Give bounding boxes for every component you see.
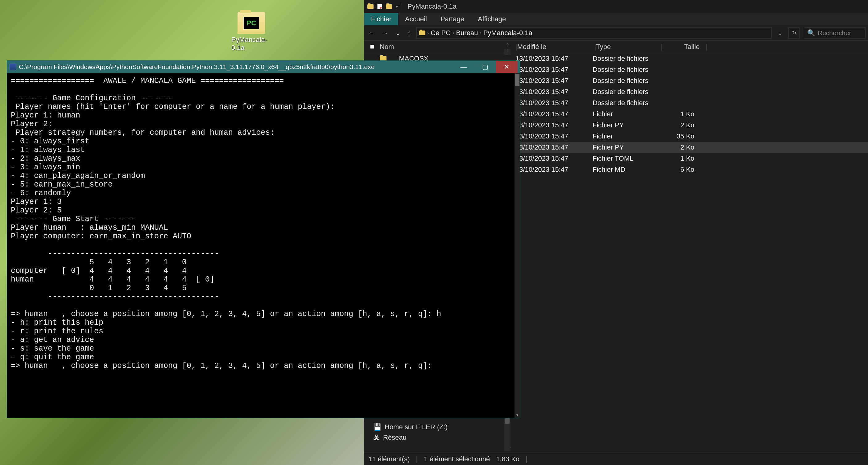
tree-item[interactable]: 💾Home sur FILER (Z:) xyxy=(370,422,512,432)
nav-tree-bottom: 💾Home sur FILER (Z:)🖧Réseau⌄ xyxy=(364,421,518,452)
close-button[interactable]: ✕ xyxy=(496,61,518,73)
file-modified-label: 13/10/2023 15:47 xyxy=(516,121,593,129)
chevron-right-icon: › xyxy=(479,30,481,36)
file-modified-label: 13/10/2023 15:47 xyxy=(516,99,593,107)
status-selected-size: 1,83 Ko xyxy=(496,455,520,463)
ribbon-tab-partage[interactable]: Partage xyxy=(434,13,471,25)
file-size-label: 2 Ko xyxy=(657,121,701,129)
column-header-size[interactable]: Taille xyxy=(662,43,706,51)
search-icon: 🔍 xyxy=(807,29,815,37)
file-modified-label: 13/10/2023 15:47 xyxy=(516,88,593,96)
ribbon-tabs: FichierAccueilPartageAffichage xyxy=(364,13,868,25)
window-title: PyMancala-0.1a xyxy=(407,2,457,10)
file-type-label: Fichier xyxy=(593,132,657,140)
nav-history-icon[interactable]: ⌄ xyxy=(394,28,402,38)
status-selected-count: 1 élément sélectionné xyxy=(424,455,490,463)
tree-item-label: Home sur FILER (Z:) xyxy=(385,423,447,431)
breadcrumb-segment[interactable]: Bureau xyxy=(456,29,478,37)
file-type-label: Dossier de fichiers xyxy=(593,66,657,74)
terminal-scrollbar[interactable]: ▴ ▾ xyxy=(515,73,520,418)
desktop-folder-shortcut[interactable]: PC PyMancala-0.1a xyxy=(231,12,272,52)
file-size-label: 1 Ko xyxy=(657,110,701,118)
ribbon-tab-affichage[interactable]: Affichage xyxy=(471,13,513,25)
file-type-label: Fichier PY xyxy=(593,121,657,129)
tree-item[interactable]: 🖧Réseau xyxy=(370,432,512,443)
file-type-label: Fichier MD xyxy=(593,165,657,174)
chevron-right-icon: › xyxy=(453,30,454,36)
network-icon: 🖧 xyxy=(373,434,380,441)
desktop-folder-label: PyMancala-0.1a xyxy=(231,36,272,52)
breadcrumb-segment[interactable]: Ce PC xyxy=(431,29,451,37)
ribbon-tab-fichier[interactable]: Fichier xyxy=(364,13,398,25)
maximize-button[interactable]: ▢ xyxy=(474,61,496,73)
file-modified-label: 13/10/2023 15:47 xyxy=(516,55,593,63)
file-modified-label: 13/10/2023 15:47 xyxy=(516,77,593,85)
file-type-label: Fichier xyxy=(593,110,657,118)
separator xyxy=(402,3,402,10)
column-header-modified[interactable]: Modifié le xyxy=(517,43,594,51)
qat-folder-icon[interactable] xyxy=(367,4,374,9)
terminal-titlebar[interactable]: C:\Program Files\WindowsApps\PythonSoftw… xyxy=(7,61,520,73)
qat-dropdown-icon[interactable]: ▾ xyxy=(396,4,398,9)
file-modified-label: 13/10/2023 15:47 xyxy=(516,66,593,74)
file-type-label: Fichier PY xyxy=(593,144,657,151)
file-modified-label: 13/10/2023 15:47 xyxy=(516,132,593,140)
refresh-button[interactable]: ↻ xyxy=(788,27,800,38)
qat-properties-icon[interactable] xyxy=(377,4,382,9)
file-modified-label: 13/10/2023 15:47 xyxy=(516,154,593,162)
breadcrumb-segment[interactable]: PyMancala-0.1a xyxy=(483,29,532,37)
scroll-down-icon[interactable]: ▾ xyxy=(515,412,520,418)
column-header-type[interactable]: Type xyxy=(596,43,661,51)
qat-open-icon[interactable] xyxy=(386,4,392,9)
folder-icon: PC xyxy=(238,12,265,34)
file-type-label: Fichier TOML xyxy=(593,154,657,162)
file-type-label: Dossier de fichiers xyxy=(593,77,657,85)
terminal-output[interactable]: ================== AWALE / MANCALA GAME … xyxy=(7,73,520,418)
breadcrumb-folder-icon xyxy=(419,31,425,35)
nav-up-icon[interactable]: ↑ xyxy=(406,28,412,38)
file-size-label: 35 Ko xyxy=(657,132,701,140)
explorer-navbar: ← → ⌄ ↑ › Ce PC›Bureau›PyMancala-0.1a ⌄ … xyxy=(364,25,868,41)
nav-back-icon[interactable]: ← xyxy=(367,28,376,38)
ribbon-tab-accueil[interactable]: Accueil xyxy=(398,13,434,25)
python-icon xyxy=(9,64,17,70)
nav-forward-icon[interactable]: → xyxy=(380,28,390,38)
tree-scrollbar[interactable] xyxy=(504,414,510,452)
breadcrumb-dropdown-icon[interactable]: ⌄ xyxy=(776,28,784,38)
column-headers: Nom ˄ | Modifié le | Type | Taille | xyxy=(364,41,868,53)
file-type-label: Dossier de fichiers xyxy=(593,55,657,63)
tree-scroll-up-icon[interactable]: ˄ xyxy=(504,49,510,55)
terminal-title: C:\Program Files\WindowsApps\PythonSoftw… xyxy=(19,63,374,71)
select-all-checkbox[interactable] xyxy=(367,45,377,49)
status-item-count: 11 élément(s) xyxy=(368,455,410,463)
file-modified-label: 13/10/2023 15:47 xyxy=(516,144,593,151)
breadcrumb[interactable]: › Ce PC›Bureau›PyMancala-0.1a xyxy=(416,27,772,38)
scroll-thumb[interactable] xyxy=(515,74,520,86)
file-size-label: 1 Ko xyxy=(657,154,701,162)
chevron-right-icon: › xyxy=(427,30,429,36)
file-size-label: 6 Ko xyxy=(657,165,701,174)
tree-item-label: Réseau xyxy=(383,434,407,441)
file-size-label: 2 Ko xyxy=(657,144,701,151)
search-input[interactable]: 🔍 Rechercher xyxy=(804,27,866,38)
tree-expand-icon[interactable]: ⌄ xyxy=(370,443,512,451)
minimize-button[interactable]: — xyxy=(453,61,474,73)
file-modified-label: 13/10/2023 15:47 xyxy=(516,110,593,118)
column-header-name[interactable]: Nom ˄ xyxy=(377,43,516,51)
explorer-statusbar: 11 élément(s) | 1 élément sélectionné 1,… xyxy=(364,453,868,465)
explorer-titlebar[interactable]: ▾ PyMancala-0.1a xyxy=(364,0,868,13)
search-placeholder: Rechercher xyxy=(818,29,851,37)
file-type-label: Dossier de fichiers xyxy=(593,99,657,107)
drive-icon: 💾 xyxy=(373,423,381,431)
file-type-label: Dossier de fichiers xyxy=(593,88,657,96)
file-modified-label: 13/10/2023 15:47 xyxy=(516,165,593,174)
terminal-window: C:\Program Files\WindowsApps\PythonSoftw… xyxy=(7,60,520,418)
